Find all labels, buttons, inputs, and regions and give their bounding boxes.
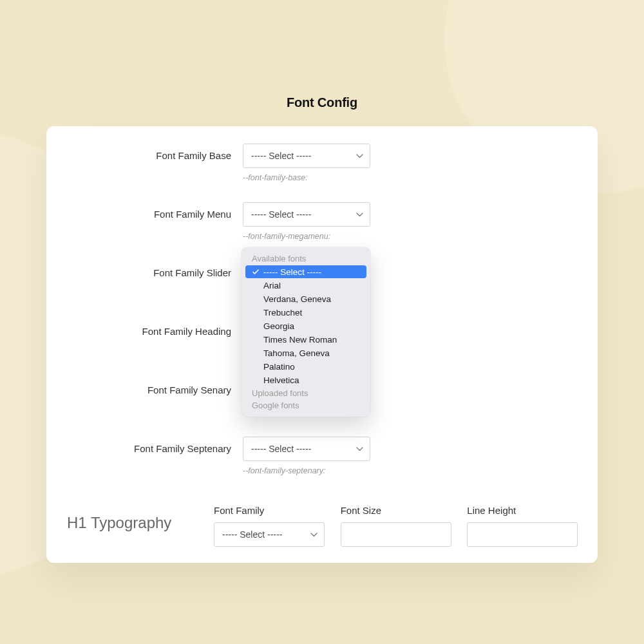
h1-font-family-select[interactable]: ----- Select ----- [214, 522, 325, 547]
field-font-family-menu: Font Family Menu ----- Select ----- --fo… [46, 202, 420, 241]
h1-font-size-input[interactable] [341, 522, 451, 547]
h1-font-family-label: Font Family [214, 505, 329, 516]
dropdown-option-times[interactable]: Times New Roman [245, 333, 366, 346]
font-family-base-select[interactable]: ----- Select ----- [243, 144, 370, 168]
config-panel: Font Family Base ----- Select ----- --fo… [46, 126, 598, 563]
field-help: --font-family-megamenu: [243, 232, 370, 241]
check-icon [251, 269, 261, 275]
select-value: ----- Select ----- [251, 444, 311, 454]
field-font-family-base: Font Family Base ----- Select ----- --fo… [46, 144, 420, 182]
select-value: ----- Select ----- [251, 151, 311, 161]
dropdown-option-georgia[interactable]: Georgia [245, 319, 366, 332]
font-family-slider-dropdown: Available fonts ----- Select ----- Arial… [242, 247, 370, 417]
select-value: ----- Select ----- [251, 209, 311, 220]
dropdown-option-label: ----- Select ----- [261, 267, 321, 277]
chevron-down-icon [354, 151, 365, 161]
dropdown-option-helvetica[interactable]: Helvetica [245, 374, 366, 386]
dropdown-option-arial[interactable]: Arial [245, 279, 366, 292]
h1-line-height-label: Line Height [467, 505, 582, 516]
field-label: Font Family Slider [46, 261, 243, 278]
dropdown-option-tahoma[interactable]: Tahoma, Geneva [245, 346, 366, 359]
font-family-septenary-select[interactable]: ----- Select ----- [243, 437, 370, 461]
page-title: Font Config [0, 95, 644, 110]
dropdown-group-uploaded: Uploaded fonts [242, 387, 370, 399]
dropdown-option-label: Helvetica [261, 375, 299, 385]
field-help: --font-family-base: [243, 173, 370, 182]
select-value: ----- Select ----- [222, 529, 282, 540]
dropdown-option-select[interactable]: ----- Select ----- [245, 265, 366, 278]
dropdown-option-label: Palatino [261, 362, 295, 372]
field-label: Font Family Heading [46, 319, 243, 337]
chevron-down-icon [354, 209, 365, 220]
dropdown-option-label: Tahoma, Geneva [261, 348, 330, 358]
field-label: Font Family Menu [46, 202, 243, 220]
dropdown-option-label: Georgia [261, 321, 294, 331]
chevron-down-icon [354, 444, 365, 454]
dropdown-option-palatino[interactable]: Palatino [245, 360, 366, 373]
dropdown-group-google: Google fonts [242, 399, 370, 412]
dropdown-option-verdana[interactable]: Verdana, Geneva [245, 292, 366, 305]
field-label: Font Family Septenary [46, 437, 243, 454]
h1-line-height-input[interactable] [467, 522, 578, 547]
dropdown-option-label: Arial [261, 281, 281, 290]
h1-font-size-label: Font Size [341, 505, 456, 516]
h1-typography-title: H1 Typography [67, 505, 202, 532]
dropdown-option-label: Trebuchet [261, 308, 302, 317]
h1-typography-section: H1 Typography Font Family ----- Select -… [46, 505, 598, 547]
chevron-down-icon [308, 529, 319, 540]
field-label: Font Family Base [46, 144, 243, 161]
dropdown-option-label: Times New Roman [261, 335, 337, 345]
dropdown-option-label: Verdana, Geneva [261, 294, 331, 304]
dropdown-option-trebuchet[interactable]: Trebuchet [245, 306, 366, 319]
field-help: --font-family-septenary: [243, 466, 370, 475]
dropdown-group-available: Available fonts [242, 252, 370, 265]
field-label: Font Family Senary [46, 378, 243, 395]
font-family-menu-select[interactable]: ----- Select ----- [243, 202, 370, 227]
field-font-family-septenary: Font Family Septenary ----- Select -----… [46, 437, 420, 475]
